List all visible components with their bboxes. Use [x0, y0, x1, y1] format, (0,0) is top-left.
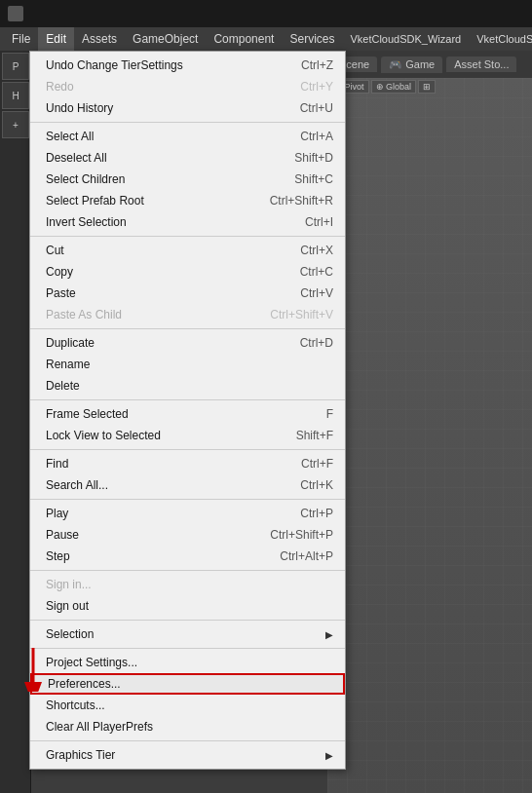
dropdown-section-6: PlayCtrl+PPauseCtrl+Shift+PStepCtrl+Alt+…	[30, 500, 345, 571]
dropdown-item-label-1-1: Deselect All	[46, 151, 107, 165]
svg-rect-0	[327, 78, 532, 793]
dropdown-item-label-2-2: Paste	[46, 286, 76, 300]
dropdown-item-2-3: Paste As ChildCtrl+Shift+V	[30, 304, 345, 325]
panel-button-2[interactable]: H	[2, 82, 29, 109]
dropdown-item-label-8-0: Selection	[46, 627, 94, 641]
dropdown-item-label-5-1: Search All...	[46, 478, 108, 492]
dropdown-item-1-4[interactable]: Invert SelectionCtrl+I	[30, 211, 345, 233]
dropdown-item-shortcut-3-0: Ctrl+D	[300, 336, 333, 350]
dropdown-section-2: CutCtrl+XCopyCtrl+CPasteCtrl+VPaste As C…	[30, 237, 345, 329]
menu-component[interactable]: Component	[206, 27, 282, 51]
dropdown-item-10-0[interactable]: Graphics Tier▶	[30, 744, 345, 766]
dropdown-section-4: Frame SelectedFLock View to SelectedShif…	[30, 400, 345, 450]
dropdown-item-label-1-4: Invert Selection	[46, 215, 127, 229]
dropdown-item-arrow-10-0: ▶	[325, 750, 333, 761]
dropdown-item-label-3-2: Delete	[46, 379, 80, 393]
dropdown-item-label-6-2: Step	[46, 549, 70, 563]
dropdown-item-1-0[interactable]: Select AllCtrl+A	[30, 126, 345, 147]
dropdown-item-1-2[interactable]: Select ChildrenShift+C	[30, 169, 345, 190]
dropdown-item-label-2-0: Cut	[46, 244, 64, 257]
menu-file[interactable]: File	[4, 27, 38, 51]
dropdown-item-label-3-1: Rename	[46, 358, 90, 371]
dropdown-section-7: Sign in...Sign out	[30, 571, 345, 621]
dropdown-item-label-2-3: Paste As Child	[46, 308, 122, 321]
dropdown-item-8-0[interactable]: Selection▶	[30, 623, 345, 645]
dropdown-item-shortcut-1-1: Shift+D	[294, 151, 333, 165]
dropdown-item-2-1[interactable]: CopyCtrl+C	[30, 261, 345, 283]
dropdown-section-8: Selection▶	[30, 621, 345, 649]
dropdown-item-label-6-0: Play	[46, 507, 68, 520]
dropdown-item-3-2[interactable]: Delete	[30, 375, 345, 396]
dropdown-item-4-1[interactable]: Lock View to SelectedShift+F	[30, 425, 345, 446]
dropdown-item-label-9-2: Shortcuts...	[46, 699, 105, 712]
dropdown-item-1-1[interactable]: Deselect AllShift+D	[30, 147, 345, 169]
dropdown-item-shortcut-5-1: Ctrl+K	[300, 478, 333, 492]
dropdown-item-shortcut-0-1: Ctrl+Y	[300, 80, 333, 94]
dropdown-item-shortcut-2-0: Ctrl+X	[300, 244, 333, 257]
dropdown-item-1-3[interactable]: Select Prefab RootCtrl+Shift+R	[30, 190, 345, 211]
dropdown-item-shortcut-4-1: Shift+F	[296, 429, 333, 442]
dropdown-item-arrow-8-0: ▶	[325, 629, 333, 640]
dropdown-item-5-1[interactable]: Search All...Ctrl+K	[30, 474, 345, 496]
dropdown-item-7-1[interactable]: Sign out	[30, 595, 345, 617]
panel-button-add[interactable]: +	[2, 111, 29, 138]
dropdown-item-7-0: Sign in...	[30, 574, 345, 595]
title-bar	[0, 0, 532, 27]
dropdown-section-0: Undo Change TierSettingsCtrl+ZRedoCtrl+Y…	[30, 52, 345, 123]
dropdown-item-shortcut-2-1: Ctrl+C	[300, 265, 333, 279]
dropdown-item-6-0[interactable]: PlayCtrl+P	[30, 503, 345, 524]
dropdown-item-9-3[interactable]: Clear All PlayerPrefs	[30, 716, 345, 737]
dropdown-item-2-0[interactable]: CutCtrl+X	[30, 240, 345, 261]
dropdown-item-label-1-0: Select All	[46, 130, 94, 143]
game-tab[interactable]: 🎮 Game	[381, 57, 442, 73]
menu-gameobject[interactable]: GameObject	[125, 27, 206, 51]
menu-vket-sdk[interactable]: VketCloudSDK	[469, 27, 532, 51]
dropdown-item-label-1-2: Select Children	[46, 172, 125, 186]
arrow-annotation	[23, 643, 62, 695]
dropdown-item-6-2[interactable]: StepCtrl+Alt+P	[30, 546, 345, 567]
dropdown-item-9-1[interactable]: Preferences...	[30, 673, 345, 695]
panel-button-1[interactable]: P	[2, 53, 29, 80]
dropdown-item-shortcut-4-0: F	[326, 407, 333, 421]
menu-vket-wizard[interactable]: VketCloudSDK_Wizard	[342, 27, 469, 51]
dropdown-item-shortcut-1-2: Shift+C	[294, 172, 333, 186]
dropdown-item-6-1[interactable]: PauseCtrl+Shift+P	[30, 524, 345, 546]
menu-edit[interactable]: Edit	[38, 27, 74, 51]
dropdown-item-2-2[interactable]: PasteCtrl+V	[30, 283, 345, 304]
dropdown-item-label-3-0: Duplicate	[46, 336, 95, 350]
dropdown-item-label-10-0: Graphics Tier	[46, 748, 115, 762]
dropdown-item-shortcut-1-3: Ctrl+Shift+R	[270, 194, 333, 208]
dropdown-item-9-0[interactable]: Project Settings...	[30, 652, 345, 673]
dropdown-item-shortcut-6-2: Ctrl+Alt+P	[280, 549, 333, 563]
dropdown-section-10: Graphics Tier▶	[30, 741, 345, 769]
dropdown-item-label-0-0: Undo Change TierSettings	[46, 58, 183, 72]
menu-services[interactable]: Services	[282, 27, 342, 51]
dropdown-item-shortcut-6-1: Ctrl+Shift+P	[270, 528, 333, 542]
asset-store-tab[interactable]: Asset Sto...	[446, 57, 516, 72]
dropdown-item-5-0[interactable]: FindCtrl+F	[30, 453, 345, 474]
dropdown-item-label-9-3: Clear All PlayerPrefs	[46, 720, 153, 734]
dropdown-item-label-6-1: Pause	[46, 528, 79, 542]
scene-view: Scene 🎮 Game Asset Sto... ⊕ Pivot ⊕ Glob…	[327, 51, 532, 793]
menu-assets[interactable]: Assets	[74, 27, 125, 51]
dropdown-item-0-2[interactable]: Undo HistoryCtrl+U	[30, 97, 345, 119]
dropdown-item-shortcut-6-0: Ctrl+P	[300, 507, 333, 520]
dropdown-item-label-7-1: Sign out	[46, 599, 89, 613]
dropdown-item-shortcut-2-3: Ctrl+Shift+V	[270, 308, 333, 321]
dropdown-item-label-4-1: Lock View to Selected	[46, 429, 161, 442]
scene-toolbar: Scene 🎮 Game Asset Sto...	[327, 51, 532, 78]
dropdown-item-label-1-3: Select Prefab Root	[46, 194, 144, 208]
dropdown-item-0-0[interactable]: Undo Change TierSettingsCtrl+Z	[30, 55, 345, 76]
edit-dropdown-menu: Undo Change TierSettingsCtrl+ZRedoCtrl+Y…	[29, 51, 346, 770]
dropdown-item-9-2[interactable]: Shortcuts...	[30, 695, 345, 716]
dropdown-item-3-1[interactable]: Rename	[30, 354, 345, 375]
dropdown-item-label-5-0: Find	[46, 457, 68, 471]
dropdown-section-3: DuplicateCtrl+DRenameDelete	[30, 329, 345, 400]
dropdown-section-5: FindCtrl+FSearch All...Ctrl+K	[30, 450, 345, 500]
dropdown-item-3-0[interactable]: DuplicateCtrl+D	[30, 332, 345, 354]
dropdown-section-9: Project Settings...Preferences...Shortcu…	[30, 649, 345, 741]
dropdown-item-shortcut-1-0: Ctrl+A	[300, 130, 333, 143]
dropdown-item-shortcut-0-2: Ctrl+U	[300, 101, 333, 115]
dropdown-item-shortcut-2-2: Ctrl+V	[300, 286, 333, 300]
dropdown-item-4-0[interactable]: Frame SelectedF	[30, 403, 345, 425]
